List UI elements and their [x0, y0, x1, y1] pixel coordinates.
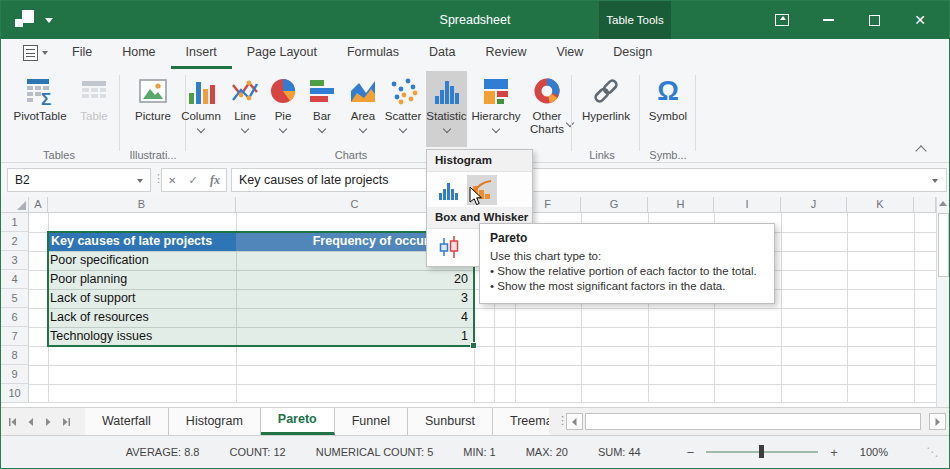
other-charts-button[interactable]: Other Charts [524, 71, 570, 147]
scatter-chart-button[interactable]: Scatter [381, 71, 425, 147]
collapse-ribbon-icon[interactable] [915, 145, 926, 156]
hyperlink-icon [590, 74, 622, 108]
row-header[interactable]: 5 [1, 289, 29, 308]
column-chart-button[interactable]: Column [177, 71, 225, 147]
tab-file[interactable]: File [57, 39, 107, 69]
vertical-scrollbar[interactable] [936, 197, 949, 407]
tab-design[interactable]: Design [598, 39, 667, 69]
select-all-corner[interactable] [1, 197, 29, 213]
close-button[interactable]: ✕ [897, 1, 943, 39]
minimize-button[interactable] [805, 1, 851, 39]
row-header[interactable]: 4 [1, 270, 29, 289]
row-header[interactable]: 1 [1, 213, 29, 232]
zoom-level[interactable]: 100% [860, 446, 888, 458]
scroll-right-button[interactable] [929, 413, 946, 430]
row-header[interactable]: 9 [1, 365, 29, 384]
scroll-left-button[interactable] [566, 413, 583, 430]
chevron-down-icon [279, 125, 287, 133]
chevron-down-icon [318, 125, 326, 133]
table-button[interactable]: Table [73, 71, 115, 147]
sheet-tab-histogram[interactable]: Histogram [169, 408, 261, 435]
column-header[interactable]: A [29, 197, 48, 213]
sheet-tab-funnel[interactable]: Funnel [335, 408, 408, 435]
tab-page-layout[interactable]: Page Layout [232, 39, 332, 69]
picture-icon [137, 74, 169, 108]
pie-chart-button[interactable]: Pie [265, 71, 301, 147]
zoom-slider[interactable] [706, 451, 818, 453]
maximize-button[interactable] [851, 1, 897, 39]
group-label-charts: Charts [311, 149, 391, 162]
row-header[interactable]: 10 [1, 384, 29, 403]
gridline [29, 402, 936, 403]
tab-data[interactable]: Data [414, 39, 470, 69]
insert-function-icon[interactable]: fx [210, 173, 220, 188]
select-all-triangle-icon [17, 201, 26, 210]
expand-formula-bar-icon[interactable] [932, 179, 938, 183]
chevron-down-icon [197, 125, 205, 133]
selection-fill-handle[interactable] [470, 342, 477, 349]
gridline [29, 384, 936, 385]
scroll-up-icon[interactable] [939, 201, 947, 206]
first-sheet-button[interactable] [5, 412, 22, 432]
zoom-in-button[interactable]: + [830, 445, 838, 460]
horizontal-scrollbar-thumb[interactable] [585, 413, 921, 430]
chevron-down-icon [241, 125, 249, 133]
column-header[interactable]: J [781, 197, 847, 213]
line-chart-button[interactable]: Line [225, 71, 265, 147]
chevron-down-icon [359, 125, 367, 133]
formula-input[interactable]: Key causes of late projects [231, 168, 947, 192]
row-header[interactable]: 8 [1, 346, 29, 365]
picture-button[interactable]: Picture [127, 71, 179, 147]
symbol-button[interactable]: Ω Symbol [645, 71, 691, 147]
row-header[interactable]: 2 [1, 232, 29, 251]
row-header[interactable]: 6 [1, 308, 29, 327]
cancel-icon[interactable]: ✕ [168, 175, 176, 186]
next-sheet-button[interactable] [39, 412, 56, 432]
bar-chart-button[interactable]: Bar [303, 71, 341, 147]
column-header-partial[interactable] [914, 197, 936, 213]
hierarchy-chart-button[interactable]: Hierarchy [468, 71, 524, 147]
tab-home[interactable]: Home [107, 39, 170, 69]
box-whisker-item-icon [437, 235, 461, 259]
display-options-button[interactable] [759, 1, 805, 39]
tab-view[interactable]: View [541, 39, 598, 69]
name-box[interactable]: B2 [7, 168, 151, 192]
status-count: COUNT: 12 [229, 446, 285, 458]
column-header[interactable]: K [847, 197, 914, 213]
area-chart-icon [348, 74, 378, 108]
sheet-tab-waterfall[interactable]: Waterfall [85, 408, 169, 435]
zoom-slider-thumb[interactable] [759, 445, 764, 458]
tab-insert[interactable]: Insert [171, 39, 232, 69]
statistic-chart-button[interactable]: Statistic [426, 71, 467, 147]
previous-sheet-button[interactable] [22, 412, 39, 432]
context-tab-table-tools[interactable]: Table Tools [599, 1, 671, 39]
hyperlink-button[interactable]: Hyperlink [577, 71, 635, 147]
sheet-tab-treemap[interactable]: Treema [493, 408, 549, 435]
column-header[interactable]: H [648, 197, 714, 213]
app-menu-button[interactable] [23, 45, 48, 61]
tab-review[interactable]: Review [470, 39, 541, 69]
column-header[interactable]: I [714, 197, 781, 213]
area-chart-button[interactable]: Area [341, 71, 385, 147]
group-separator [639, 75, 640, 151]
last-sheet-button[interactable] [56, 412, 73, 432]
document-menu-icon [23, 45, 38, 61]
scrollbar-thumb[interactable] [938, 213, 949, 277]
column-header[interactable]: B [48, 197, 236, 213]
tooltip-bullet: • Show the most significant factors in t… [490, 279, 764, 294]
sheet-tab-sunburst[interactable]: Sunburst [408, 408, 493, 435]
status-min: MIN: 1 [463, 446, 495, 458]
row-header[interactable]: 7 [1, 327, 29, 346]
sheet-tab-bar: Waterfall Histogram Pareto Funnel Sunbur… [1, 407, 949, 435]
tab-formulas[interactable]: Formulas [332, 39, 414, 69]
column-header[interactable]: G [581, 197, 648, 213]
row-header[interactable]: 3 [1, 251, 29, 270]
line-chart-icon [230, 74, 260, 108]
enter-icon[interactable]: ✓ [189, 174, 198, 187]
pivottable-button[interactable]: Σ PivotTable [9, 71, 71, 147]
status-numerical-count: NUMERICAL COUNT: 5 [316, 446, 434, 458]
zoom-out-button[interactable]: − [687, 445, 695, 460]
histogram-chart-item[interactable] [434, 175, 464, 205]
sheet-tab-pareto[interactable]: Pareto [261, 408, 335, 435]
box-whisker-chart-item[interactable] [434, 232, 464, 262]
